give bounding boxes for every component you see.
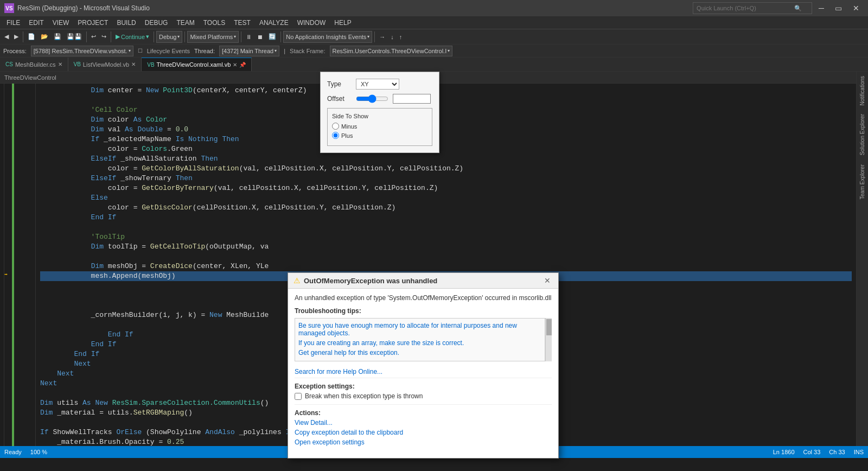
menu-help[interactable]: HELP (330, 18, 355, 28)
tab-close-listviewmodel[interactable]: ✕ (131, 61, 136, 67)
title-bar-controls: 🔍 ─ ▭ ✕ (693, 2, 864, 14)
toolbar-redo[interactable]: ↪ (99, 32, 108, 41)
plus-label: Plus (341, 132, 353, 139)
title-bar-title: ResSim (Debugging) - Microsoft Visual St… (17, 4, 150, 12)
restore-button[interactable]: ▭ (831, 3, 846, 14)
quick-launch-input[interactable] (697, 5, 794, 11)
close-button[interactable]: ✕ (848, 3, 864, 14)
menu-build[interactable]: BUILD (112, 18, 140, 28)
toolbar-stepout[interactable]: ↑ (397, 33, 405, 41)
process-bar: Process: [5788] ResSim.ThreeDView.vshost… (0, 44, 868, 58)
action-open-settings[interactable]: Open exception settings (295, 438, 552, 446)
status-left: Ready 100 % (4, 449, 47, 455)
menu-test[interactable]: TEST (229, 18, 255, 28)
toolbar-pause[interactable]: ⏸ (244, 33, 254, 41)
toolbar-new[interactable]: 📄 (25, 32, 37, 41)
status-line: Ln 1860 (773, 449, 795, 455)
toolbar-stop[interactable]: ⏹ (255, 33, 265, 41)
coverage-indicator (12, 84, 14, 446)
toolbar-undo[interactable]: ↩ (89, 32, 98, 41)
offset-slider-container (356, 94, 388, 103)
toolbar-sep-3 (111, 31, 111, 42)
breadcrumb-text: ThreeDViewControl (4, 74, 56, 81)
minus-label: Minus (341, 123, 357, 130)
scrollbar-thumb[interactable] (546, 319, 552, 335)
menu-debug[interactable]: DEBUG (141, 18, 173, 28)
thread-dropdown[interactable]: [4372] Main Thread▾ (219, 46, 279, 56)
menu-team[interactable]: TEAM (172, 18, 199, 28)
toolbar-stepover[interactable]: → (377, 33, 387, 41)
stack-dropdown[interactable]: ResSim.UserControls.ThreeDViewControl.I▾ (330, 46, 453, 56)
troubleshoot-label: Troubleshooting tips: (295, 307, 552, 315)
toolbar-sep-6 (241, 31, 241, 42)
menu-window[interactable]: WINDOW (293, 18, 330, 28)
title-bar: VS ResSim (Debugging) - Microsoft Visual… (0, 0, 868, 16)
sidebar-notifications[interactable]: Notifications (859, 72, 865, 110)
insights-dropdown[interactable]: No Application Insights Events▾ (283, 31, 372, 43)
minus-radio[interactable] (332, 123, 339, 130)
status-ins[interactable]: INS (854, 449, 864, 455)
thread-label: Thread: (194, 48, 215, 54)
break-checkbox[interactable] (295, 393, 302, 400)
tab-listviewmodel[interactable]: VB ListViewModel.vb ✕ (68, 58, 142, 71)
vs-logo-icon: VS (4, 3, 14, 13)
sidebar-team-explorer[interactable]: Team Explorer (859, 160, 865, 203)
warning-icon: ⚠ (293, 276, 301, 285)
menu-analyze[interactable]: ANALYZE (255, 18, 293, 28)
lifecycle-checkbox[interactable]: ☐ (138, 48, 143, 54)
menu-project[interactable]: PROJECT (73, 18, 112, 28)
type-select[interactable]: XY XZ YZ (356, 79, 399, 90)
search-help-link[interactable]: Search for more Help Online... (295, 368, 552, 375)
exception-dialog: ⚠ OutOfMemoryException was unhandled ✕ A… (288, 272, 559, 459)
action-copy-detail[interactable]: Copy exception detail to the clipboard (295, 429, 552, 436)
platforms-dropdown[interactable]: Mixed Platforms▾ (187, 31, 239, 43)
actions-section: Actions: View Detail... Copy exception d… (295, 404, 552, 453)
tips-area[interactable]: Be sure you have enough memory to alloca… (295, 318, 545, 361)
toolbar-sep-4 (154, 31, 154, 42)
tab-meshbuilder[interactable]: CS MeshBuilder.cs ✕ (0, 58, 68, 71)
toolbar-open[interactable]: 📂 (39, 32, 50, 41)
tab-close-threedviewcontrol[interactable]: ✕ (233, 62, 237, 68)
tips-scrollbar[interactable] (545, 318, 552, 361)
action-view-detail[interactable]: View Detail... (295, 419, 552, 427)
menu-tools[interactable]: TOOLS (199, 18, 229, 28)
menu-file[interactable]: FILE (2, 18, 24, 28)
tip-link-0[interactable]: Be sure you have enough memory to alloca… (298, 322, 541, 337)
tip-link-2[interactable]: Get general help for this exception. (298, 349, 541, 357)
offset-slider[interactable] (356, 94, 388, 103)
tab-label-listviewmodel: ListViewModel.vb (83, 61, 129, 68)
toolbar-stepin[interactable]: ↓ (388, 33, 396, 41)
tab-pin-threedviewcontrol[interactable]: 📌 (239, 62, 246, 68)
exception-close-button[interactable]: ✕ (542, 276, 553, 285)
tab-threedviewcontrol[interactable]: VB ThreeDViewControl.xaml.vb ✕ 📌 (142, 58, 252, 71)
line-numbers: ​ ​ ​ ​ ​ ​ ​ ​ ​ ​ ​ ​ ​ ​ ​ ​ ​ ​ ​ ​ (14, 84, 36, 446)
sidebar-solution-explorer[interactable]: Solution Explorer (859, 110, 865, 160)
tab-close-meshbuilder[interactable]: ✕ (58, 61, 62, 67)
tip-link-1[interactable]: If you are creating an array, make sure … (298, 339, 541, 347)
minimize-button[interactable]: ─ (814, 3, 828, 14)
toolbar-save[interactable]: 💾 (52, 32, 63, 41)
status-col: Col 33 (803, 449, 821, 455)
side-label: Side To Show (332, 113, 427, 119)
toolbar-save-all[interactable]: 💾💾 (65, 32, 84, 41)
offset-value-input[interactable]: 4939.085 (393, 94, 431, 104)
quick-launch-box[interactable]: 🔍 (693, 2, 812, 14)
type-row: Type XY XZ YZ (327, 79, 432, 90)
toolbar-continue[interactable]: ▶ Continue ▾ (113, 32, 151, 41)
menu-view[interactable]: VIEW (48, 18, 74, 28)
toolbar-back[interactable]: ◀ (2, 32, 11, 41)
toolbar-sep-1 (23, 31, 23, 42)
plus-radio-row: Plus (332, 132, 427, 139)
debug-dropdown[interactable]: Debug▾ (156, 31, 182, 43)
menu-edit[interactable]: EDIT (24, 18, 48, 28)
exception-message: An unhandled exception of type 'System.O… (295, 294, 552, 302)
break-label: Break when this exception type is thrown (305, 392, 423, 400)
plus-radio[interactable] (332, 132, 339, 139)
toolbar-restart[interactable]: 🔄 (266, 32, 278, 41)
tab-icon-listviewmodel: VB (74, 61, 81, 67)
process-dropdown[interactable]: [5788] ResSim.ThreeDView.vshost.▾ (31, 46, 133, 56)
status-zoom[interactable]: 100 % (30, 449, 47, 455)
toolbar-forward[interactable]: ▶ (12, 32, 21, 41)
debug-margin (0, 84, 4, 446)
title-bar-left: VS ResSim (Debugging) - Microsoft Visual… (4, 3, 150, 13)
